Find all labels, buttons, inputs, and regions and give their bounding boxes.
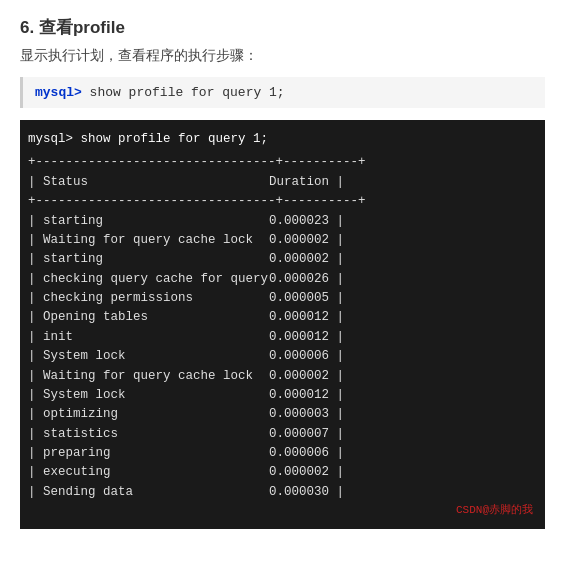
terminal: mysql> show profile for query 1; +------… bbox=[20, 120, 545, 529]
duration-cell: 0.000012 | bbox=[268, 386, 348, 405]
duration-cell: 0.000002 | bbox=[268, 231, 348, 250]
table-row: | Waiting for query cache lock0.000002 | bbox=[28, 231, 537, 250]
duration-cell: 0.000006 | bbox=[268, 444, 348, 463]
separator-top: +--------------------------------+------… bbox=[28, 153, 537, 172]
duration-cell: 0.000002 | bbox=[268, 367, 348, 386]
header-duration: Duration | bbox=[268, 173, 348, 192]
table-row: | statistics0.000007 | bbox=[28, 425, 537, 444]
terminal-wrapper: mysql> show profile for query 1; +------… bbox=[20, 120, 545, 529]
status-cell: | optimizing bbox=[28, 405, 268, 424]
table-row: | init0.000012 | bbox=[28, 328, 537, 347]
duration-cell: 0.000012 | bbox=[268, 328, 348, 347]
table-row: | optimizing0.000003 | bbox=[28, 405, 537, 424]
status-cell: | executing bbox=[28, 463, 268, 482]
separator-mid: +--------------------------------+------… bbox=[28, 192, 537, 211]
status-cell: | Sending data bbox=[28, 483, 268, 502]
duration-cell: 0.000006 | bbox=[268, 347, 348, 366]
duration-cell: 0.000026 | bbox=[268, 270, 348, 289]
table-row: | System lock0.000006 | bbox=[28, 347, 537, 366]
status-cell: | starting bbox=[28, 212, 268, 231]
table-row: | starting0.000002 | bbox=[28, 250, 537, 269]
table-row: | preparing0.000006 | bbox=[28, 444, 537, 463]
table-row: | checking query cache for query0.000026… bbox=[28, 270, 537, 289]
status-cell: | System lock bbox=[28, 386, 268, 405]
duration-cell: 0.000002 | bbox=[268, 250, 348, 269]
table-row: | starting0.000023 | bbox=[28, 212, 537, 231]
status-cell: | Opening tables bbox=[28, 308, 268, 327]
section-title: 6. 查看profile bbox=[20, 16, 545, 39]
header-status: | Status bbox=[28, 173, 268, 192]
code-block: mysql> show profile for query 1; bbox=[20, 77, 545, 108]
duration-cell: 0.000023 | bbox=[268, 212, 348, 231]
terminal-rows: | starting0.000023 || Waiting for query … bbox=[28, 212, 537, 503]
status-cell: | System lock bbox=[28, 347, 268, 366]
status-cell: | statistics bbox=[28, 425, 268, 444]
table-row: | Waiting for query cache lock0.000002 | bbox=[28, 367, 537, 386]
code-command: show profile for query 1; bbox=[82, 85, 285, 100]
table-row: | Opening tables0.000012 | bbox=[28, 308, 537, 327]
status-cell: | Waiting for query cache lock bbox=[28, 231, 268, 250]
status-cell: | preparing bbox=[28, 444, 268, 463]
status-cell: | init bbox=[28, 328, 268, 347]
duration-cell: 0.000007 | bbox=[268, 425, 348, 444]
table-row: | System lock0.000012 | bbox=[28, 386, 537, 405]
watermark-line: CSDN@赤脚的我 bbox=[28, 502, 537, 519]
prompt-keyword: mysql> bbox=[35, 85, 82, 100]
duration-cell: 0.000005 | bbox=[268, 289, 348, 308]
status-cell: | starting bbox=[28, 250, 268, 269]
terminal-command: mysql> show profile for query 1; bbox=[28, 130, 537, 149]
duration-cell: 0.000012 | bbox=[268, 308, 348, 327]
header-row: | Status Duration | bbox=[28, 173, 537, 192]
section-description: 显示执行计划，查看程序的执行步骤： bbox=[20, 47, 545, 65]
duration-cell: 0.000002 | bbox=[268, 463, 348, 482]
table-row: | Sending data0.000030 | bbox=[28, 483, 537, 502]
duration-cell: 0.000003 | bbox=[268, 405, 348, 424]
table-row: | executing0.000002 | bbox=[28, 463, 537, 482]
status-cell: | checking permissions bbox=[28, 289, 268, 308]
table-row: | checking permissions0.000005 | bbox=[28, 289, 537, 308]
duration-cell: 0.000030 | bbox=[268, 483, 348, 502]
status-cell: | Waiting for query cache lock bbox=[28, 367, 268, 386]
status-cell: | checking query cache for query bbox=[28, 270, 268, 289]
